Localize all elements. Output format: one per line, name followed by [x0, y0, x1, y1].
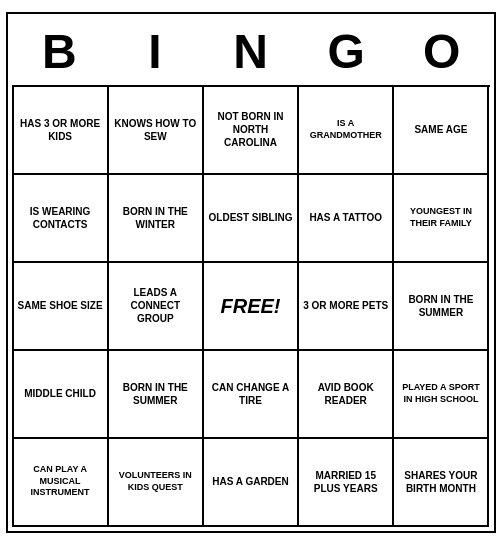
- cell-text-1: KNOWS HOW TO SEW: [113, 117, 198, 143]
- cell-text-13: 3 OR MORE PETS: [303, 299, 388, 312]
- bingo-cell-13: 3 OR MORE PETS: [299, 263, 394, 351]
- bingo-cell-20: CAN PLAY A MUSICAL INSTRUMENT: [14, 439, 109, 527]
- cell-text-17: CAN CHANGE A TIRE: [208, 381, 293, 407]
- bingo-cell-9: YOUNGEST IN THEIR FAMILY: [394, 175, 489, 263]
- bingo-cell-1: KNOWS HOW TO SEW: [109, 87, 204, 175]
- bingo-cell-0: HAS 3 OR MORE KIDS: [14, 87, 109, 175]
- bingo-cell-4: SAME AGE: [394, 87, 489, 175]
- cell-text-15: MIDDLE CHILD: [24, 387, 96, 400]
- bingo-cell-12: Free!: [204, 263, 299, 351]
- bingo-letter-i: I: [111, 24, 199, 79]
- cell-text-4: SAME AGE: [414, 123, 467, 136]
- bingo-cell-24: SHARES YOUR BIRTH MONTH: [394, 439, 489, 527]
- bingo-cell-21: VOLUNTEERS IN KIDS QUEST: [109, 439, 204, 527]
- cell-text-5: IS WEARING CONTACTS: [18, 205, 103, 231]
- cell-text-23: MARRIED 15 PLUS YEARS: [303, 469, 388, 495]
- bingo-cell-22: HAS A GARDEN: [204, 439, 299, 527]
- cell-text-18: AVID BOOK READER: [303, 381, 388, 407]
- bingo-cell-5: IS WEARING CONTACTS: [14, 175, 109, 263]
- cell-text-0: HAS 3 OR MORE KIDS: [18, 117, 103, 143]
- cell-text-20: CAN PLAY A MUSICAL INSTRUMENT: [18, 464, 103, 499]
- bingo-header: BINGO: [12, 18, 490, 85]
- cell-text-14: BORN IN THE SUMMER: [398, 293, 483, 319]
- cell-text-24: SHARES YOUR BIRTH MONTH: [398, 469, 483, 495]
- bingo-cell-6: BORN IN THE WINTER: [109, 175, 204, 263]
- bingo-cell-15: MIDDLE CHILD: [14, 351, 109, 439]
- bingo-cell-2: NOT BORN IN NORTH CAROLINA: [204, 87, 299, 175]
- bingo-cell-23: MARRIED 15 PLUS YEARS: [299, 439, 394, 527]
- bingo-letter-n: N: [206, 24, 294, 79]
- bingo-cell-11: LEADS A CONNECT GROUP: [109, 263, 204, 351]
- cell-text-19: PLAYED A SPORT IN HIGH SCHOOL: [398, 382, 483, 405]
- cell-text-8: HAS A TATTOO: [309, 211, 382, 224]
- bingo-cell-19: PLAYED A SPORT IN HIGH SCHOOL: [394, 351, 489, 439]
- bingo-cell-8: HAS A TATTOO: [299, 175, 394, 263]
- cell-text-12: Free!: [220, 293, 280, 319]
- cell-text-16: BORN IN THE SUMMER: [113, 381, 198, 407]
- bingo-cell-16: BORN IN THE SUMMER: [109, 351, 204, 439]
- bingo-cell-10: SAME SHOE SIZE: [14, 263, 109, 351]
- cell-text-6: BORN IN THE WINTER: [113, 205, 198, 231]
- cell-text-21: VOLUNTEERS IN KIDS QUEST: [113, 470, 198, 493]
- bingo-cell-7: OLDEST SIBLING: [204, 175, 299, 263]
- bingo-card: BINGO HAS 3 OR MORE KIDSKNOWS HOW TO SEW…: [6, 12, 496, 533]
- bingo-cell-18: AVID BOOK READER: [299, 351, 394, 439]
- bingo-letter-g: G: [302, 24, 390, 79]
- bingo-cell-3: IS A GRANDMOTHER: [299, 87, 394, 175]
- bingo-letter-o: O: [398, 24, 486, 79]
- bingo-letter-b: B: [15, 24, 103, 79]
- bingo-cell-17: CAN CHANGE A TIRE: [204, 351, 299, 439]
- cell-text-2: NOT BORN IN NORTH CAROLINA: [208, 110, 293, 149]
- cell-text-3: IS A GRANDMOTHER: [303, 118, 388, 141]
- cell-text-9: YOUNGEST IN THEIR FAMILY: [398, 206, 483, 229]
- cell-text-22: HAS A GARDEN: [212, 475, 288, 488]
- cell-text-10: SAME SHOE SIZE: [18, 299, 103, 312]
- bingo-grid: HAS 3 OR MORE KIDSKNOWS HOW TO SEWNOT BO…: [12, 85, 490, 527]
- cell-text-11: LEADS A CONNECT GROUP: [113, 286, 198, 325]
- cell-text-7: OLDEST SIBLING: [209, 211, 293, 224]
- bingo-cell-14: BORN IN THE SUMMER: [394, 263, 489, 351]
